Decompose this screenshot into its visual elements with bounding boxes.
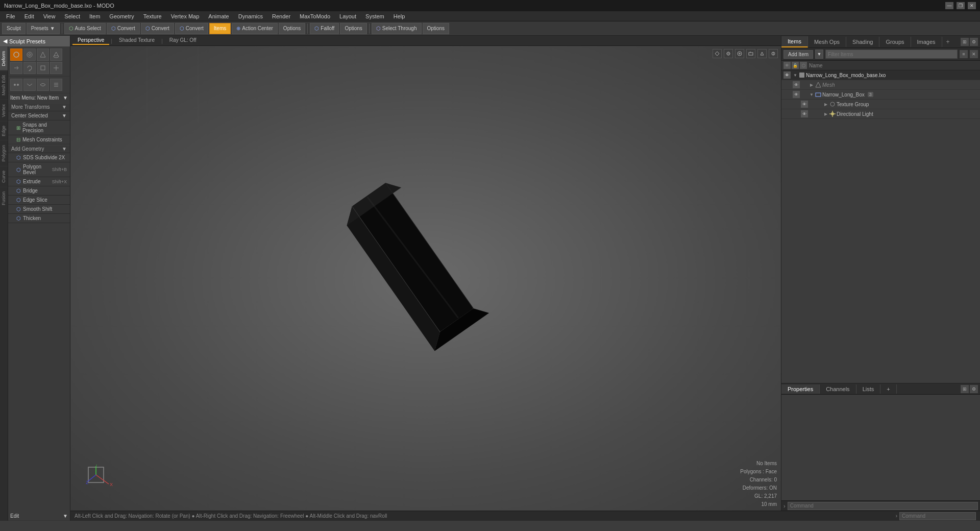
viewport-tab-shaded[interactable]: Shaded Texture [114, 36, 160, 45]
item-menu-dropdown[interactable]: Item Menu: New Item ▼ [8, 93, 70, 103]
tool-icon-ring[interactable] [23, 49, 36, 61]
menu-edit[interactable]: Edit [20, 12, 38, 20]
vp-ctrl-1[interactable] [713, 49, 722, 58]
narrow-box-eye-icon[interactable]: 👁 [793, 91, 800, 98]
side-tab-mesh-edit[interactable]: Mesh Edit [0, 70, 8, 100]
side-tab-edge[interactable]: Edge [0, 121, 8, 140]
bridge-item[interactable]: ⬡ Bridge [8, 186, 70, 196]
tool-icon-2-3[interactable] [37, 79, 49, 91]
falloff-button[interactable]: ⬡ Falloff [310, 23, 339, 34]
tool-icon-2-2[interactable] [23, 79, 36, 91]
command-input[interactable] [788, 502, 978, 510]
tool-icon-circle[interactable] [10, 49, 22, 61]
menu-layout[interactable]: Layout [335, 12, 360, 20]
light-eye-icon[interactable]: 👁 [801, 110, 808, 117]
options3-button[interactable]: Options [423, 23, 449, 34]
viewport-canvas[interactable]: X Y Z No Items Polygons : Face [70, 46, 781, 511]
side-tab-fusion[interactable]: Fusion [0, 187, 8, 209]
thicken-item[interactable]: ⬡ Thicken [8, 214, 70, 223]
menu-geometry[interactable]: Geometry [105, 12, 138, 20]
tool-icon-2-1[interactable] [10, 79, 22, 91]
maximize-button[interactable]: ❐ [957, 2, 965, 9]
vp-ctrl-6[interactable] [769, 49, 778, 58]
menu-help[interactable]: Help [389, 12, 409, 20]
root-eye-icon[interactable]: 👁 [783, 71, 791, 79]
tool-icon-transform[interactable] [50, 62, 62, 74]
menu-dynamics[interactable]: Dynamics [234, 12, 267, 20]
items-button[interactable]: Items [209, 23, 231, 34]
add-item-dropdown[interactable]: ▼ [815, 50, 823, 59]
tree-row-root[interactable]: 👁 ▼ Narrow_Long_Box_modo_base.lxo [781, 70, 980, 80]
sculpt-presets-header[interactable]: ◀ Sculpt Presets [0, 36, 70, 46]
tree-row-mesh[interactable]: 👁 ▶ Mesh [781, 80, 980, 90]
extrude-item[interactable]: ⬡ Extrude Shift+X [8, 177, 70, 186]
close-button[interactable]: ✕ [968, 2, 976, 9]
more-transforms-header[interactable]: More Transforms ▼ [8, 103, 70, 111]
vp-ctrl-4[interactable] [746, 49, 755, 58]
snaps-precision-item[interactable]: ⊞ Snaps and Precision [8, 120, 70, 135]
menu-view[interactable]: View [39, 12, 60, 20]
add-item-button[interactable]: Add Item [783, 50, 813, 59]
menu-render[interactable]: Render [268, 12, 295, 20]
statusbar-command-input[interactable] [899, 512, 976, 520]
convert1-button[interactable]: ⬡ Convert [107, 23, 140, 34]
side-tab-polygon[interactable]: Polygon [0, 140, 8, 166]
rpanel-tab-meshops[interactable]: Mesh Ops [808, 37, 846, 47]
brp-tab-add[interactable]: + [880, 384, 896, 394]
viewport-tab-raygl[interactable]: Ray GL: Off [164, 36, 202, 45]
tool-icon-rotate[interactable] [23, 62, 36, 74]
tree-row-narrow-box[interactable]: 👁 ▼ Narrow_Long_Box 3 [781, 90, 980, 100]
items-tree[interactable]: 👁 ▼ Narrow_Long_Box_modo_base.lxo 👁 ▶ [781, 70, 980, 383]
rpanel-tab-groups[interactable]: Groups [879, 37, 911, 47]
brp-tab-properties[interactable]: Properties [781, 384, 820, 394]
tool-icon-scale[interactable] [37, 62, 49, 74]
rpanel-expand-btn[interactable]: ⊞ [961, 38, 969, 46]
vp-ctrl-3[interactable] [735, 49, 744, 58]
menu-animate[interactable]: Animate [204, 12, 233, 20]
side-tab-deform[interactable]: Deform [0, 46, 8, 70]
filter-close-btn[interactable]: ✕ [970, 50, 978, 58]
minimize-button[interactable]: — [945, 2, 953, 9]
tree-row-texture[interactable]: 👁 ▶ Texture Group [781, 100, 980, 109]
add-geometry-header[interactable]: Add Geometry ▼ [8, 144, 70, 153]
menu-file[interactable]: File [2, 12, 19, 20]
polygon-bevel-item[interactable]: ⬡ Polygon Bevel Shift+B [8, 162, 70, 177]
convert3-button[interactable]: ⬡ Convert [175, 23, 208, 34]
tool-icon-tri[interactable] [37, 49, 49, 61]
options1-button[interactable]: Options [279, 23, 305, 34]
tool-icon-cone[interactable] [50, 49, 62, 61]
sds-subdivide-item[interactable]: ⬡ SDS Subdivide 2X [8, 153, 70, 162]
mesh-constraints-item[interactable]: ⊟ Mesh Constraints [8, 135, 70, 144]
options2-button[interactable]: Options [340, 23, 366, 34]
brp-settings-btn[interactable]: ⚙ [970, 385, 978, 393]
menu-vertex-map[interactable]: Vertex Map [167, 12, 204, 20]
mesh-eye-icon[interactable]: 👁 [793, 81, 800, 88]
filter-settings-btn[interactable]: ≡ [960, 50, 968, 58]
brp-tab-lists[interactable]: Lists [856, 384, 881, 394]
tree-row-light[interactable]: 👁 ▶ Directional Light [781, 109, 980, 119]
sculpt-button[interactable]: Sculpt [2, 23, 26, 34]
edit-dropdown[interactable]: Edit ▼ [8, 512, 70, 521]
vp-ctrl-5[interactable] [757, 49, 767, 58]
menu-item[interactable]: Item [85, 12, 104, 20]
rpanel-tab-shading[interactable]: Shading [846, 37, 879, 47]
smooth-shift-item[interactable]: ⬡ Smooth Shift [8, 205, 70, 214]
rpanel-settings-btn[interactable]: ⚙ [970, 38, 978, 46]
edge-slice-item[interactable]: ⬡ Edge Slice [8, 196, 70, 205]
menu-maxtomodo[interactable]: MaxToModo [296, 12, 334, 20]
menu-texture[interactable]: Texture [139, 12, 166, 20]
select-through-button[interactable]: ⬡ Select Through [372, 23, 422, 34]
side-tab-vertex[interactable]: Vertex [0, 100, 8, 122]
texture-eye-icon[interactable]: 👁 [801, 101, 808, 108]
menu-system[interactable]: System [361, 12, 388, 20]
col-icon-eye[interactable]: 👁 [783, 62, 791, 69]
side-tab-curve[interactable]: Curve [0, 166, 8, 187]
filter-items-input[interactable] [825, 50, 958, 59]
brp-tab-channels[interactable]: Channels [820, 384, 856, 394]
col-icon-vis[interactable]: ⬡ [800, 62, 807, 69]
rpanel-tab-images[interactable]: Images [911, 37, 942, 47]
rpanel-add-tab[interactable]: + [942, 36, 954, 47]
vp-ctrl-2[interactable] [724, 49, 733, 58]
brp-expand-btn[interactable]: ⊞ [961, 385, 969, 393]
rpanel-tab-items[interactable]: Items [781, 36, 808, 47]
